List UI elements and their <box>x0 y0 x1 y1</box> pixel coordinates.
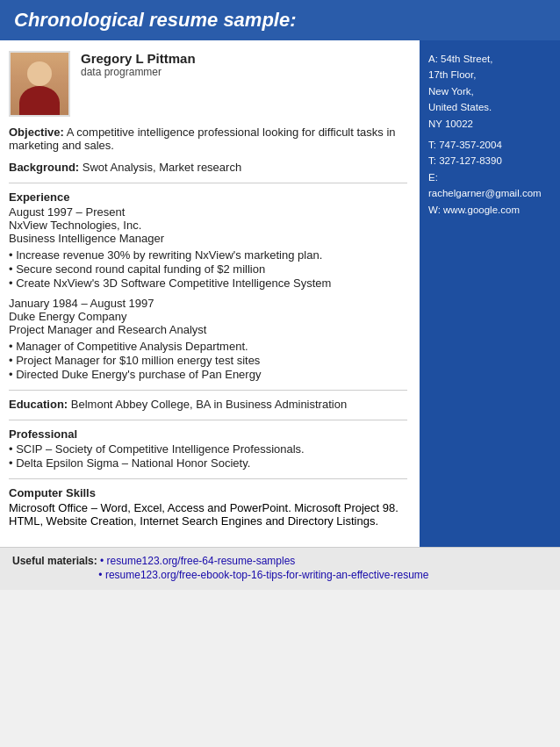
phone2-value: 327-127-8390 <box>439 155 502 166</box>
address-line-4: United States. <box>428 99 551 115</box>
job-1: August 1997 – Present NxView Technologie… <box>9 205 407 290</box>
divider-4 <box>9 478 407 479</box>
profile-header: Gregory L Pittman data programmer <box>9 51 407 117</box>
profile-name: Gregory L Pittman <box>81 51 196 66</box>
background-label: Background: <box>9 161 79 174</box>
background-text: Swot Analysis, Market research <box>79 161 241 174</box>
contact-sidebar: A: 54th Street, 17th Floor, New York, Un… <box>420 40 560 547</box>
page-header: Chronological resume sample: <box>0 0 560 40</box>
education-text: Belmont Abbey College, BA in Business Ad… <box>68 398 347 411</box>
job-2-company: Duke Energy Company <box>9 310 407 323</box>
footer-label: Useful materials: <box>12 555 97 567</box>
job-1-bullet-1: Increase revenue 30% by rewriting NxView… <box>9 248 407 262</box>
professional-bullet-2: Delta Epsilon Sigma – National Honor Soc… <box>9 456 407 470</box>
divider-1 <box>9 183 407 183</box>
professional-bullet-1: SCIP – Society of Competitive Intelligen… <box>9 442 407 456</box>
job-1-bullet-3: Create NxView's 3D Software Competitive … <box>9 277 407 290</box>
avatar <box>9 51 70 117</box>
address-line-5: NY 10022 <box>428 116 551 132</box>
address-line-3: New York, <box>428 83 551 99</box>
address-line-2: 17th Floor, <box>428 67 551 83</box>
job-2-bullet-2: Project Manager for $10 million energy t… <box>9 354 407 367</box>
address-line-1: A: 54th Street, <box>428 51 551 67</box>
objective-section: Objective: A competitive intelligence pr… <box>9 126 407 152</box>
objective-label: Objective: <box>9 126 64 139</box>
avatar-image <box>11 53 68 115</box>
main-content: Gregory L Pittman data programmer Object… <box>0 40 560 547</box>
experience-heading: Experience <box>9 190 407 204</box>
education-section: Education: Belmont Abbey College, BA in … <box>9 398 407 411</box>
email-label: E: <box>428 172 438 183</box>
web-label: W: <box>428 205 441 215</box>
professional-heading: Professional <box>9 427 407 441</box>
job-2-bullet-3: Directed Duke Energy's purchase of Pan E… <box>9 368 407 381</box>
footer-link-1[interactable]: • resume123.org/free-64-resume-samples <box>100 555 295 567</box>
profile-title: data programmer <box>81 66 196 78</box>
page-title: Chronological resume sample: <box>14 9 297 31</box>
job-1-bullet-2: Secure second round capital funding of $… <box>9 262 407 276</box>
page-wrapper: Chronological resume sample: Gregory L P… <box>0 0 560 590</box>
computer-skills-heading: Computer Skills <box>9 486 407 499</box>
resume-panel: Gregory L Pittman data programmer Object… <box>0 40 420 547</box>
email-line: E: rachelgarner@gmail.com <box>428 169 551 202</box>
phone2-label: T: <box>428 155 436 166</box>
footer-link-2[interactable]: • resume123.org/free-ebook-top-16-tips-f… <box>98 569 428 581</box>
objective-text: A competitive intelligence professional … <box>9 126 396 152</box>
divider-3 <box>9 420 407 420</box>
job-1-company: NxView Technologies, Inc. <box>9 219 407 232</box>
footer-line-1: Useful materials: • resume123.org/free-6… <box>12 555 548 567</box>
footer: Useful materials: • resume123.org/free-6… <box>0 547 560 590</box>
education-label: Education: <box>9 398 68 411</box>
footer-line-2: • resume123.org/free-ebook-top-16-tips-f… <box>12 569 548 581</box>
job-1-dates: August 1997 – Present <box>9 205 407 219</box>
job-2: January 1984 – August 1997 Duke Energy C… <box>9 297 407 381</box>
phone1-line: T: 747-357-2004 <box>428 137 551 153</box>
computer-skills-text: Microsoft Office – Word, Excel, Access a… <box>9 501 407 528</box>
phone1-value: 747-357-2004 <box>439 140 502 150</box>
divider-2 <box>9 390 407 391</box>
phone2-line: T: 327-127-8390 <box>428 153 551 169</box>
professional-section: Professional SCIP – Society of Competiti… <box>9 427 407 470</box>
background-section: Background: Swot Analysis, Market resear… <box>9 161 407 174</box>
email-value: rachelgarner@gmail.com <box>428 188 542 198</box>
profile-info: Gregory L Pittman data programmer <box>70 51 196 78</box>
phone1-label: T: <box>428 140 436 150</box>
computer-skills-section: Computer Skills Microsoft Office – Word,… <box>9 486 407 528</box>
web-line: W: www.google.com <box>428 202 551 218</box>
job-1-role: Business Intelligence Manager <box>9 232 407 245</box>
job-2-bullet-1: Manager of Competitive Analysis Departme… <box>9 340 407 353</box>
job-2-dates: January 1984 – August 1997 <box>9 297 407 310</box>
web-value: www.google.com <box>443 205 520 215</box>
job-2-role: Project Manager and Research Analyst <box>9 323 407 336</box>
experience-section: Experience August 1997 – Present NxView … <box>9 190 407 381</box>
